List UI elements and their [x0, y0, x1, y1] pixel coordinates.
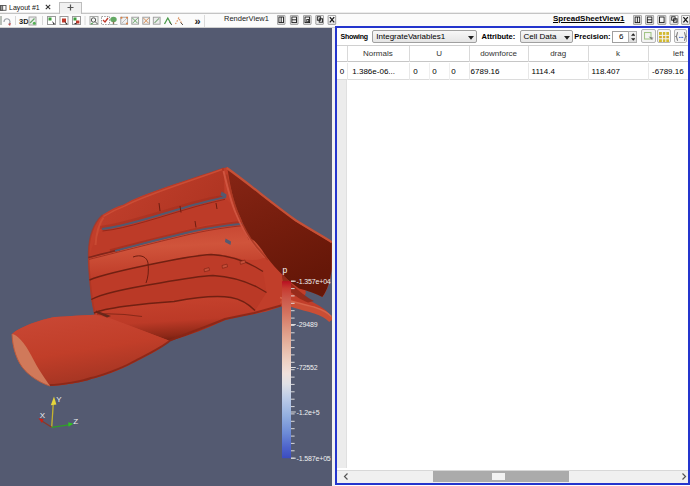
svg-text:-1.357e+04: -1.357e+04: [297, 278, 331, 285]
svg-text:-72552: -72552: [297, 364, 318, 371]
svg-text:»: »: [195, 15, 201, 27]
svg-text:p: p: [283, 265, 288, 275]
svg-text:-1.587e+05: -1.587e+05: [297, 455, 331, 462]
svg-text:-29489: -29489: [297, 321, 318, 328]
svg-text:Z: Z: [73, 417, 78, 426]
svg-text:3D: 3D: [19, 17, 29, 26]
svg-text:X: X: [40, 411, 46, 420]
svg-text:-1.2e+5: -1.2e+5: [297, 409, 320, 416]
svg-text:Y: Y: [56, 395, 62, 404]
